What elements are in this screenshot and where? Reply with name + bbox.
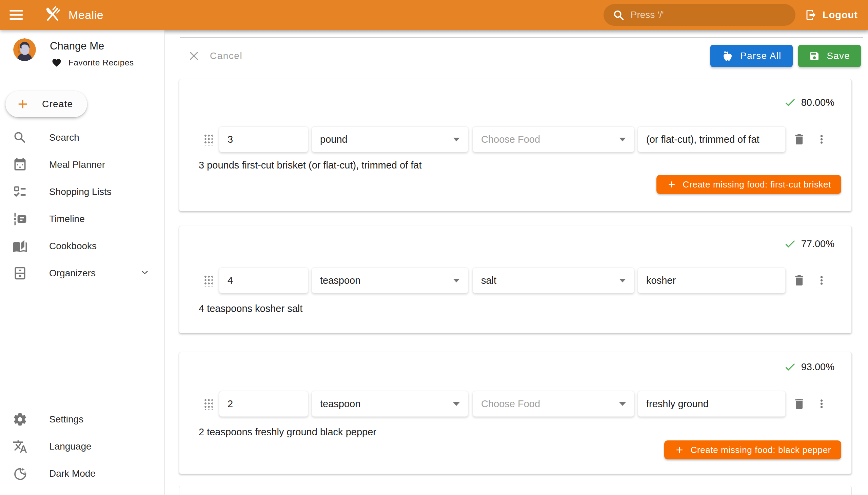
user-name: Change Me — [50, 40, 104, 52]
sidebar-item-label: Organizers — [49, 268, 96, 279]
save-icon — [809, 51, 820, 62]
food-select[interactable]: Choose Food — [473, 126, 634, 152]
check-icon — [784, 96, 797, 109]
more-options-button[interactable] — [814, 273, 829, 288]
create-missing-food-label: Create missing food: black pepper — [691, 445, 831, 455]
confidence-badge: 77.00% — [784, 237, 834, 250]
amount-input[interactable] — [219, 126, 308, 152]
create-missing-food-button[interactable]: Create missing food: black pepper — [664, 440, 841, 459]
amount-input[interactable] — [219, 268, 308, 293]
logout-label: Logout — [822, 10, 858, 21]
content-top-divider — [180, 37, 863, 38]
create-missing-food-label: Create missing food: first-cut brisket — [683, 180, 831, 190]
dots-vertical-icon — [815, 133, 828, 146]
parse-all-button[interactable]: Parse All — [710, 45, 793, 67]
dots-vertical-icon — [815, 274, 828, 287]
dropdown-caret-icon — [453, 279, 460, 283]
app-bar: Mealie Logout — [0, 0, 868, 30]
food-placeholder: Choose Food — [481, 134, 540, 145]
sidebar-item-shopping-lists[interactable]: Shopping Lists — [0, 178, 165, 205]
favorites-label: Favorite Recipes — [68, 58, 134, 67]
sidebar-item-label: Shopping Lists — [49, 186, 112, 197]
note-input[interactable] — [638, 126, 786, 152]
food-select[interactable]: salt — [473, 268, 634, 293]
delete-button[interactable] — [792, 273, 806, 288]
search-input[interactable] — [631, 10, 787, 20]
heart-icon — [52, 58, 62, 68]
create-button[interactable]: Create — [5, 91, 87, 117]
amount-input[interactable] — [219, 391, 308, 417]
dropdown-caret-icon — [453, 402, 460, 406]
confidence-badge: 80.00% — [784, 96, 834, 109]
sidebar-bottom-nav: Settings Language Dark Mode — [0, 406, 165, 487]
parse-all-label: Parse All — [740, 51, 781, 62]
sidebar-item-cookbooks[interactable]: Cookbooks — [0, 233, 165, 260]
favorite-recipes-link[interactable]: Favorite Recipes — [52, 58, 134, 68]
ingredient-row: teaspoon salt — [204, 268, 829, 293]
mealie-logo-icon — [43, 4, 62, 25]
plus-icon — [16, 97, 30, 111]
food-value: salt — [481, 275, 496, 286]
calendar-icon — [12, 157, 28, 172]
moon-stars-icon — [12, 466, 28, 481]
main-content: Cancel Parse All Save 80.00% pound — [165, 30, 868, 495]
sidebar-item-settings[interactable]: Settings — [0, 406, 165, 433]
logout-button[interactable]: Logout — [805, 9, 858, 21]
unit-select[interactable]: teaspoon — [311, 391, 468, 417]
cancel-label: Cancel — [210, 51, 242, 62]
more-options-button[interactable] — [814, 396, 829, 411]
original-ingredient-text: 4 teaspoons kosher salt — [199, 303, 303, 314]
sidebar: Change Me Favorite Recipes Create Search… — [0, 30, 165, 495]
food-select[interactable]: Choose Food — [473, 391, 634, 417]
sidebar-item-timeline[interactable]: Timeline — [0, 205, 165, 233]
check-icon — [784, 237, 797, 250]
save-button[interactable]: Save — [798, 45, 861, 67]
cabinet-icon — [12, 266, 28, 281]
trash-icon — [793, 274, 806, 287]
search-icon — [12, 130, 28, 145]
more-options-button[interactable] — [814, 132, 829, 147]
sidebar-item-organizers[interactable]: Organizers — [0, 260, 165, 287]
unit-value: pound — [320, 134, 347, 145]
close-icon — [188, 50, 200, 62]
ingredient-card: 77.00% teaspoon salt 4 teaspoons kosher … — [179, 226, 852, 333]
dropdown-caret-icon — [619, 279, 626, 283]
confidence-badge: 93.00% — [784, 360, 834, 373]
food-placeholder: Choose Food — [481, 398, 540, 410]
delete-button[interactable] — [792, 132, 806, 147]
original-ingredient-text: 2 teaspoons freshly ground black pepper — [199, 427, 376, 438]
avatar — [13, 38, 36, 62]
unit-select[interactable]: teaspoon — [311, 268, 468, 293]
confidence-value: 93.00% — [801, 361, 834, 373]
ingredient-card-partial — [179, 486, 852, 495]
user-block[interactable]: Change Me Favorite Recipes — [0, 30, 165, 82]
logout-icon — [805, 9, 817, 21]
delete-button[interactable] — [792, 396, 806, 411]
drag-handle-icon[interactable] — [204, 274, 212, 287]
global-search[interactable] — [603, 4, 796, 26]
timeline-icon — [12, 211, 28, 226]
cancel-button[interactable]: Cancel — [188, 50, 242, 62]
original-ingredient-text: 3 pounds first-cut brisket (or flat-cut)… — [199, 160, 422, 171]
ingredient-card: 93.00% teaspoon Choose Food 2 teaspoons … — [179, 352, 852, 474]
sidebar-item-label: Meal Planner — [49, 159, 105, 170]
dropdown-caret-icon — [619, 402, 626, 406]
menu-icon[interactable] — [10, 5, 34, 25]
sidebar-item-search[interactable]: Search — [0, 124, 165, 151]
dropdown-caret-icon — [619, 138, 626, 141]
confidence-value: 80.00% — [801, 97, 834, 108]
sidebar-nav: Search Meal Planner Shopping Lists — [0, 124, 165, 287]
dots-vertical-icon — [815, 397, 828, 410]
note-input[interactable] — [638, 391, 786, 417]
note-input[interactable] — [638, 268, 786, 293]
unit-select[interactable]: pound — [311, 126, 468, 152]
drag-handle-icon[interactable] — [204, 133, 212, 146]
trash-icon — [793, 133, 806, 146]
create-missing-food-button[interactable]: Create missing food: first-cut brisket — [657, 175, 841, 194]
sidebar-item-meal-planner[interactable]: Meal Planner — [0, 151, 165, 178]
sidebar-item-language[interactable]: Language — [0, 433, 165, 460]
sidebar-item-label: Settings — [49, 414, 83, 425]
drag-handle-icon[interactable] — [204, 398, 212, 410]
sidebar-item-label: Dark Mode — [49, 468, 96, 479]
sidebar-item-dark-mode[interactable]: Dark Mode — [0, 460, 165, 487]
